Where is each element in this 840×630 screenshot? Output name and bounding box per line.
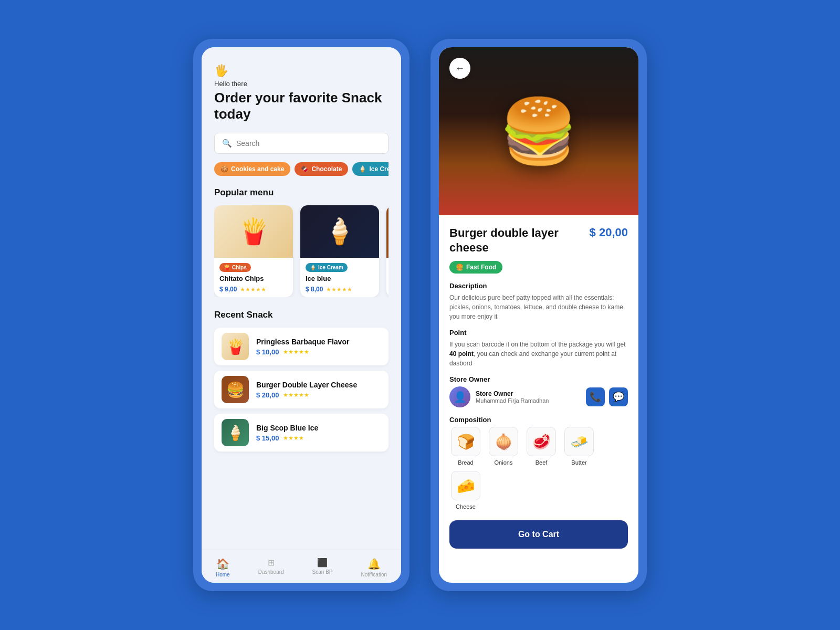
- owner-name-block: Store Owner Muhammad Firja Ramadhan: [476, 390, 549, 404]
- icecream-badge-icon: 🍦: [310, 265, 316, 270]
- avatar-emoji: 👤: [454, 391, 467, 403]
- left-phone-frame: 🖐 Hello there Order your favorite Snack …: [193, 39, 410, 591]
- notification-label: Notification: [361, 572, 387, 578]
- back-button[interactable]: ←: [449, 58, 470, 79]
- description-title: Description: [449, 282, 628, 290]
- composition-grid: 🍞 Bread 🧅 Onions 🥩 Beef 🧈 Butter 🧀: [449, 427, 628, 510]
- icecream-image: 🍦: [300, 205, 379, 258]
- recent-fries-stars: ★★★★★: [283, 349, 309, 355]
- go-to-cart-button[interactable]: Go to Cart: [449, 520, 628, 549]
- detail-content: Burger double layer cheese $ 20,00 🍔 Fas…: [439, 215, 638, 583]
- search-bar[interactable]: 🔍: [214, 133, 388, 154]
- nav-dashboard[interactable]: ⊞ Dashboard: [258, 558, 284, 578]
- point-after: , you can check and exchange your curren…: [449, 350, 616, 367]
- butter-label: Butter: [571, 459, 586, 466]
- comp-onions: 🧅 Onions: [487, 427, 520, 466]
- burger-hero-image: 🍔 ←: [439, 47, 638, 215]
- chat-button[interactable]: 💬: [609, 387, 628, 406]
- chips-image: 🍟: [214, 205, 293, 258]
- scan-label: Scan BP: [312, 569, 333, 575]
- product-badge: 🍔 Fast Food: [449, 261, 502, 274]
- dashboard-label: Dashboard: [258, 569, 284, 575]
- list-item[interactable]: 🍦 Big Scop Blue Ice $ 15,00 ★★★★: [214, 414, 388, 452]
- beef-label: Beef: [536, 459, 548, 466]
- cookies-label: Cookies and cake: [231, 165, 284, 173]
- recent-burger-price: $ 20,00: [256, 391, 279, 399]
- comp-beef: 🥩 Beef: [525, 427, 558, 466]
- chips-price: $ 9,00: [219, 286, 237, 293]
- cookies-icon: 🍪: [220, 165, 228, 173]
- burger-hero-emoji: 🍔: [499, 94, 578, 169]
- onions-label: Onions: [495, 459, 513, 466]
- list-item[interactable]: 🍔 Burger Double Layer Cheese $ 20,00 ★★★…: [214, 371, 388, 408]
- chips-badge: 🍟 Chips: [219, 263, 251, 272]
- store-owner-row: 👤 Store Owner Muhammad Firja Ramadhan 📞 …: [449, 386, 628, 407]
- recent-fries-name: Pringless Barbaque Flavor: [256, 338, 381, 346]
- owner-actions: 📞 💬: [586, 387, 628, 406]
- recent-ice-name: Big Scop Blue Ice: [256, 424, 381, 432]
- popular-card-burger[interactable]: 🍔 🍔 Fast Burger $ 10,00 ★★★★: [386, 205, 388, 297]
- recent-fries-price: $ 10,00: [256, 348, 279, 356]
- detail-header: Burger double layer cheese $ 20,00: [449, 226, 628, 255]
- recent-list: 🍟 Pringless Barbaque Flavor $ 10,00 ★★★★…: [214, 328, 388, 452]
- chips-badge-label: Chips: [232, 265, 247, 270]
- nav-home[interactable]: 🏠 Home: [216, 558, 230, 578]
- point-before: If you scan barcode it on the bottom of …: [449, 341, 626, 348]
- butter-icon-box: 🧈: [564, 427, 594, 456]
- popular-card-icecream[interactable]: 🍦 🍦 Ice Cream Ice blue $ 8,00 ★★★★★: [300, 205, 379, 297]
- bread-icon-box: 🍞: [451, 427, 480, 456]
- product-price: $ 20,00: [590, 226, 628, 239]
- search-input[interactable]: [236, 139, 381, 148]
- tab-cookies[interactable]: 🍪 Cookies and cake: [214, 162, 290, 176]
- cheese-label: Cheese: [456, 503, 476, 510]
- recent-ice-stars: ★★★★: [283, 435, 304, 442]
- store-owner-section: 👤 Store Owner Muhammad Firja Ramadhan 📞 …: [449, 386, 628, 407]
- bread-label: Bread: [458, 459, 473, 466]
- store-owner-info: 👤 Store Owner Muhammad Firja Ramadhan: [449, 386, 549, 407]
- icecream-icon: 🍦: [359, 165, 366, 173]
- home-label: Home: [216, 572, 230, 578]
- right-phone-frame: 🍔 ← Burger double layer cheese $ 20,00 🍔…: [430, 39, 647, 591]
- comp-bread: 🍞 Bread: [449, 427, 482, 466]
- burger-image: 🍔: [386, 205, 388, 258]
- home-icon: 🏠: [216, 558, 229, 570]
- icecream-stars: ★★★★★: [326, 286, 352, 293]
- recent-burger-name: Burger Double Layer Cheese: [256, 381, 381, 389]
- point-text: If you scan barcode it on the bottom of …: [449, 340, 628, 368]
- greeting-emoji: 🖐: [214, 64, 388, 78]
- composition-title: Composition: [449, 416, 628, 424]
- description-text: Our delicious pure beef patty topped wit…: [449, 293, 628, 321]
- beef-icon-box: 🥩: [527, 427, 556, 456]
- store-owner-title: Store Owner: [449, 375, 628, 383]
- chips-name: Chitato Chips: [219, 275, 288, 282]
- chocolate-icon: 🍫: [301, 165, 309, 173]
- cheese-icon-box: 🧀: [451, 471, 480, 500]
- fastfood-badge-icon: 🍔: [456, 264, 464, 271]
- bottom-nav: 🏠 Home ⊞ Dashboard ⬛ Scan BP 🔔 Notificat…: [202, 550, 401, 583]
- recent-ice-image: 🍦: [222, 419, 249, 446]
- right-phone-screen: 🍔 ← Burger double layer cheese $ 20,00 🍔…: [439, 47, 638, 583]
- popular-card-chips[interactable]: 🍟 🍟 Chips Chitato Chips $ 9,00 ★★★★★: [214, 205, 293, 297]
- icecream-badge: 🍦 Ice Cream: [306, 263, 348, 272]
- list-item[interactable]: 🍟 Pringless Barbaque Flavor $ 10,00 ★★★★…: [214, 328, 388, 365]
- product-title: Burger double layer cheese: [449, 226, 565, 255]
- fries-image: 🍟: [222, 333, 249, 360]
- fastfood-badge-label: Fast Food: [466, 264, 496, 271]
- owner-avatar: 👤: [449, 386, 470, 407]
- recent-section-title: Recent Snack: [214, 310, 388, 320]
- recent-ice-price: $ 15,00: [256, 434, 279, 442]
- nav-scan[interactable]: ⬛ Scan BP: [312, 558, 333, 578]
- tab-chocolate[interactable]: 🍫 Chocolate: [295, 162, 348, 176]
- recent-burger-stars: ★★★★★: [283, 392, 309, 398]
- onions-icon-box: 🧅: [489, 427, 518, 456]
- icecream-name: Ice blue: [306, 275, 374, 282]
- icecream-price: $ 8,00: [306, 286, 323, 293]
- recent-burger-image: 🍔: [222, 376, 249, 403]
- nav-notification[interactable]: 🔔 Notification: [361, 558, 387, 578]
- tab-icecream[interactable]: 🍦 Ice Cream: [352, 162, 388, 176]
- chocolate-label: Chocolate: [311, 165, 342, 173]
- comp-cheese: 🧀 Cheese: [449, 471, 482, 510]
- icecream-badge-label: Ice Cream: [318, 265, 343, 270]
- point-highlight: 40 point: [449, 350, 474, 358]
- phone-button[interactable]: 📞: [586, 387, 605, 406]
